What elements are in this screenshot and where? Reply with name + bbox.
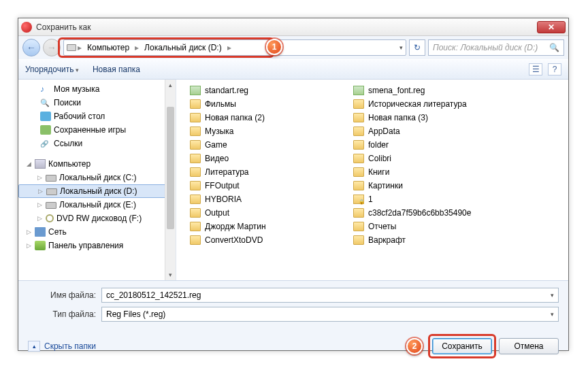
- file-name: Новая папка (3): [368, 113, 428, 122]
- forward-button[interactable]: →: [43, 39, 61, 56]
- expand-icon[interactable]: ▷: [36, 215, 43, 222]
- file-item[interactable]: Картинки: [353, 179, 517, 192]
- nav-row: ← → ▸ Компьютер ▸ Локальный диск (D:) ▸ …: [18, 36, 568, 59]
- tree-network[interactable]: ▷Сеть: [18, 225, 176, 239]
- expand-icon[interactable]: ▷: [37, 188, 44, 195]
- drive-icon: [46, 188, 57, 195]
- tree-dvd[interactable]: ▷DVD RW дисковод (F:): [18, 212, 176, 225]
- file-name: ConvertXtoDVD: [205, 235, 263, 245]
- file-item[interactable]: Colibri: [353, 152, 517, 165]
- file-item[interactable]: FFOutput: [190, 179, 353, 192]
- refresh-button[interactable]: ↻: [409, 39, 425, 56]
- folder-icon: [353, 140, 364, 150]
- annotation-marker-1: 1: [266, 39, 282, 55]
- toolbar: Упорядочить Новая папка ☰ ?: [18, 59, 568, 80]
- file-name: standart.reg: [205, 86, 248, 95]
- tree-drive-c[interactable]: ▷Локальный диск (C:): [18, 171, 176, 184]
- tree-drive-d[interactable]: ▷Локальный диск (D:): [18, 184, 176, 198]
- file-item[interactable]: Output: [190, 206, 353, 220]
- folder-icon: [190, 195, 201, 204]
- file-item[interactable]: AppData: [353, 124, 517, 138]
- file-item[interactable]: c38cf2da7f59b6c6bb35490e: [353, 206, 517, 220]
- file-name: HYBORIA: [205, 195, 242, 204]
- file-item[interactable]: 1: [353, 192, 517, 206]
- tree-my-music[interactable]: Моя музыка: [18, 82, 176, 96]
- tree-computer[interactable]: ◢Компьютер: [18, 157, 176, 171]
- collapse-icon[interactable]: ◢: [25, 161, 32, 167]
- breadcrumb-computer[interactable]: Компьютер: [83, 41, 133, 54]
- close-button[interactable]: ✕: [537, 21, 566, 33]
- file-item[interactable]: Новая папка (3): [353, 111, 517, 124]
- file-item[interactable]: Game: [190, 138, 353, 152]
- save-button[interactable]: Сохранить: [432, 338, 492, 354]
- folder-icon: [190, 167, 201, 177]
- folder-icon: [190, 208, 201, 218]
- file-name: Историческая литература: [368, 99, 467, 109]
- expand-icon[interactable]: ▷: [36, 201, 43, 208]
- file-item[interactable]: standart.reg: [190, 84, 353, 97]
- saved-games-icon: [40, 125, 51, 135]
- folder-icon: [353, 195, 364, 204]
- file-item[interactable]: smena_font.reg: [353, 84, 517, 97]
- file-item[interactable]: ConvertXtoDVD: [190, 233, 353, 247]
- chevron-down-icon[interactable]: ▾: [551, 311, 554, 318]
- filename-input[interactable]: cc_20180512_142521.reg▾: [101, 288, 559, 303]
- folder-icon: [190, 181, 201, 190]
- file-item[interactable]: Историческая литература: [353, 97, 517, 111]
- drive-icon: [46, 202, 56, 209]
- links-icon: [40, 139, 51, 148]
- tree-saved-games[interactable]: Сохраненные игры: [18, 123, 176, 137]
- tree-control-panel[interactable]: ▷Панель управления: [18, 239, 176, 252]
- back-button[interactable]: ←: [22, 39, 40, 56]
- file-item[interactable]: Музыка: [190, 124, 353, 138]
- file-name: Output: [205, 208, 229, 218]
- file-item[interactable]: HYBORIA: [190, 192, 353, 206]
- file-item[interactable]: Видео: [190, 152, 353, 165]
- chevron-right-icon: ▸: [78, 43, 82, 52]
- search-input[interactable]: Поиск: Локальный диск (D:) 🔍: [428, 39, 564, 56]
- music-icon: [40, 84, 51, 94]
- chevron-down-icon[interactable]: ▾: [399, 44, 403, 51]
- new-folder-button[interactable]: Новая папка: [93, 65, 140, 74]
- file-item[interactable]: Фильмы: [190, 97, 353, 111]
- file-name: c38cf2da7f59b6c6bb35490e: [368, 208, 471, 218]
- expand-icon[interactable]: ▷: [25, 229, 32, 235]
- scroll-up-icon[interactable]: ▴: [165, 80, 176, 90]
- cancel-button[interactable]: Отмена: [499, 338, 559, 354]
- folder-icon: [190, 222, 201, 231]
- nav-tree[interactable]: Моя музыка Поиски Рабочий стол Сохраненн…: [18, 80, 176, 280]
- titlebar[interactable]: Сохранить как ✕: [18, 18, 568, 36]
- tree-searches[interactable]: Поиски: [18, 96, 176, 110]
- folder-icon: [190, 154, 201, 163]
- view-mode-button[interactable]: ☰: [529, 63, 542, 75]
- file-list[interactable]: standart.regФильмыНовая папка (2)МузыкаG…: [176, 80, 568, 280]
- file-name: Картинки: [368, 181, 403, 190]
- scroll-down-icon[interactable]: ▾: [165, 269, 176, 280]
- organize-menu[interactable]: Упорядочить: [25, 65, 79, 74]
- file-item[interactable]: Варкрафт: [353, 233, 517, 247]
- file-item[interactable]: Отчеты: [353, 220, 517, 233]
- folder-icon: [353, 181, 364, 190]
- hide-folders-link[interactable]: Скрыть папки: [28, 341, 96, 352]
- tree-scrollbar[interactable]: ▴▾: [165, 80, 176, 280]
- scroll-thumb[interactable]: [167, 107, 174, 229]
- tree-drive-e[interactable]: ▷Локальный диск (E:): [18, 198, 176, 212]
- folder-icon: [353, 127, 364, 136]
- chevron-down-icon[interactable]: ▾: [551, 292, 554, 299]
- breadcrumb-drive[interactable]: Локальный диск (D:): [140, 41, 226, 54]
- address-bar[interactable]: ▸ Компьютер ▸ Локальный диск (D:) ▸ ▾: [63, 39, 406, 56]
- view-buttons: ☰ ?: [529, 63, 561, 75]
- file-item[interactable]: folder: [353, 138, 517, 152]
- tree-links[interactable]: Ссылки: [18, 137, 176, 150]
- tree-desktop[interactable]: Рабочий стол: [18, 110, 176, 123]
- filetype-select[interactable]: Reg Files (*.reg)▾: [101, 307, 559, 322]
- file-item[interactable]: Книги: [353, 165, 517, 179]
- window-title: Сохранить как: [36, 22, 91, 32]
- expand-icon[interactable]: ▷: [36, 174, 43, 181]
- annotation-marker-2: 2: [406, 338, 423, 354]
- file-item[interactable]: Джордж Мартин: [190, 220, 353, 233]
- file-item[interactable]: Новая папка (2): [190, 111, 353, 124]
- file-item[interactable]: Литература: [190, 165, 353, 179]
- expand-icon[interactable]: ▷: [25, 242, 32, 249]
- help-button[interactable]: ?: [548, 63, 561, 75]
